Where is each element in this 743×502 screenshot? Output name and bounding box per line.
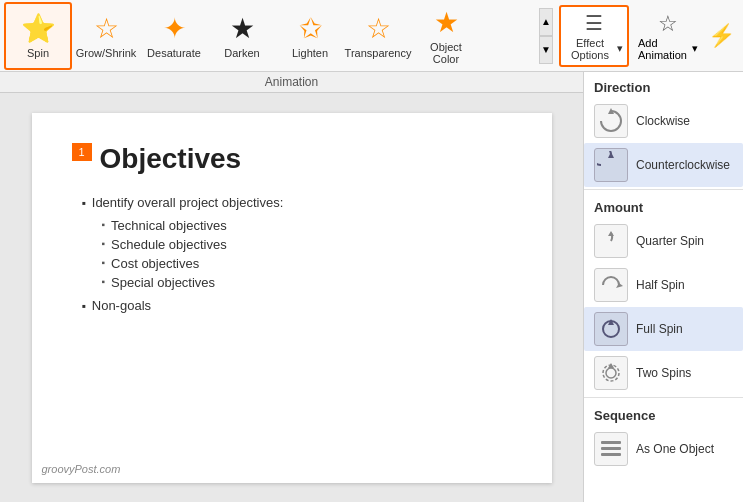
- svg-point-7: [606, 368, 616, 378]
- bullet-1-3-text: Cost objectives: [111, 256, 199, 271]
- spin-label: Spin: [27, 47, 49, 59]
- half-spin-label: Half Spin: [636, 278, 685, 292]
- desaturate-icon: ✦: [163, 12, 186, 45]
- slide-content: Identify overall project objectives: Tec…: [82, 195, 512, 313]
- scroll-down-btn[interactable]: ▼: [539, 36, 553, 64]
- slide-panel: Animation 1 Objectives Identify overall …: [0, 72, 583, 502]
- lightning-icon: ⚡: [708, 23, 735, 49]
- bullet-1-4-text: Special objectives: [111, 275, 215, 290]
- sequence-divider: [584, 397, 743, 398]
- effects-panel: Direction Clockwise: [583, 72, 743, 502]
- bullet-item-2: Non-goals: [82, 298, 512, 313]
- effect-options-label: Effect Options ▾: [565, 37, 623, 61]
- add-animation-dropdown-icon: ▾: [692, 42, 698, 55]
- toolbar-animations: ⭐ Spin ☆ Grow/Shrink ✦ Desaturate ★ Dark…: [4, 0, 537, 71]
- slide-title: Objectives: [100, 143, 512, 175]
- bullet-1-1-text: Technical objectives: [111, 218, 227, 233]
- slide-container: 1 Objectives Identify overall project ob…: [0, 93, 583, 502]
- darken-label: Darken: [224, 47, 259, 59]
- bullet-item-1-1: Technical objectives: [102, 218, 512, 233]
- clockwise-icon: [594, 104, 628, 138]
- half-spin-item[interactable]: Half Spin: [584, 263, 743, 307]
- clockwise-label: Clockwise: [636, 114, 690, 128]
- as-one-object-label: As One Object: [636, 442, 714, 456]
- animation-bar: Animation: [0, 72, 583, 93]
- animation-object-color[interactable]: ★ Object Color: [412, 2, 480, 70]
- watermark: groovyPost.com: [42, 463, 121, 475]
- counterclockwise-label: Counterclockwise: [636, 158, 730, 172]
- dropdown-arrow-icon: ▾: [617, 42, 623, 55]
- two-spins-icon: [594, 356, 628, 390]
- content-area: Animation 1 Objectives Identify overall …: [0, 72, 743, 502]
- bullet-2-text: Non-goals: [92, 298, 151, 313]
- add-animation-icon: ☆: [658, 11, 678, 37]
- grow-shrink-label: Grow/Shrink: [76, 47, 137, 59]
- main-container: ⭐ Spin ☆ Grow/Shrink ✦ Desaturate ★ Dark…: [0, 0, 743, 502]
- quarter-spin-icon: [594, 224, 628, 258]
- toolbar: ⭐ Spin ☆ Grow/Shrink ✦ Desaturate ★ Dark…: [0, 0, 743, 72]
- add-animation-button[interactable]: ☆ Add Animation ▾: [633, 5, 703, 67]
- darken-icon: ★: [230, 12, 255, 45]
- transparency-icon: ☆: [366, 12, 391, 45]
- desaturate-label: Desaturate: [147, 47, 201, 59]
- object-color-label: Object Color: [418, 41, 474, 65]
- two-spins-item[interactable]: Two Spins: [584, 351, 743, 395]
- amount-divider: [584, 189, 743, 190]
- object-color-icon: ★: [434, 6, 459, 39]
- svg-rect-11: [601, 453, 621, 456]
- svg-marker-1: [608, 152, 614, 158]
- transparency-label: Transparency: [345, 47, 412, 59]
- bullet-item-1: Identify overall project objectives:: [82, 195, 512, 210]
- bullet-item-1-3: Cost objectives: [102, 256, 512, 271]
- direction-section-title: Direction: [584, 72, 743, 99]
- svg-marker-3: [616, 283, 623, 288]
- counterclockwise-icon: [594, 148, 628, 182]
- amount-section-title: Amount: [584, 192, 743, 219]
- animation-grow-shrink[interactable]: ☆ Grow/Shrink: [72, 2, 140, 70]
- toolbar-right: ☰ Effect Options ▾ ☆ Add Animation ▾ ⚡: [555, 0, 739, 71]
- animation-transparency[interactable]: ☆ Transparency: [344, 2, 412, 70]
- as-one-object-item[interactable]: As One Object: [584, 427, 743, 471]
- slide-number: 1: [72, 143, 92, 161]
- animation-desaturate[interactable]: ✦ Desaturate: [140, 2, 208, 70]
- bullet-item-1-4: Special objectives: [102, 275, 512, 290]
- animation-darken[interactable]: ★ Darken: [208, 2, 276, 70]
- scroll-up-btn[interactable]: ▲: [539, 8, 553, 36]
- full-spin-label: Full Spin: [636, 322, 683, 336]
- svg-rect-10: [601, 447, 621, 450]
- bullet-item-1-2: Schedule objectives: [102, 237, 512, 252]
- bullet-1-text: Identify overall project objectives:: [92, 195, 283, 210]
- full-spin-icon: [594, 312, 628, 346]
- lightning-button[interactable]: ⚡: [707, 5, 735, 67]
- animation-bar-label: Animation: [265, 75, 318, 89]
- slide: 1 Objectives Identify overall project ob…: [32, 113, 552, 483]
- lighten-icon: ✩: [299, 12, 322, 45]
- sequence-section-title: Sequence: [584, 400, 743, 427]
- effect-options-button[interactable]: ☰ Effect Options ▾: [559, 5, 629, 67]
- grow-shrink-icon: ☆: [94, 12, 119, 45]
- effect-options-icon: ☰: [585, 11, 603, 35]
- quarter-spin-label: Quarter Spin: [636, 234, 704, 248]
- quarter-spin-item[interactable]: Quarter Spin: [584, 219, 743, 263]
- bullet-1-2-text: Schedule objectives: [111, 237, 227, 252]
- lighten-label: Lighten: [292, 47, 328, 59]
- spin-icon: ⭐: [21, 12, 56, 45]
- as-one-object-icon: [594, 432, 628, 466]
- half-spin-icon: [594, 268, 628, 302]
- animation-spin[interactable]: ⭐ Spin: [4, 2, 72, 70]
- toolbar-scroll: ▲ ▼: [539, 0, 553, 71]
- counterclockwise-item[interactable]: Counterclockwise: [584, 143, 743, 187]
- svg-rect-9: [601, 441, 621, 444]
- two-spins-label: Two Spins: [636, 366, 691, 380]
- full-spin-item[interactable]: Full Spin: [584, 307, 743, 351]
- animation-lighten[interactable]: ✩ Lighten: [276, 2, 344, 70]
- clockwise-item[interactable]: Clockwise: [584, 99, 743, 143]
- svg-marker-2: [608, 231, 614, 236]
- add-animation-label: Add Animation ▾: [638, 37, 698, 61]
